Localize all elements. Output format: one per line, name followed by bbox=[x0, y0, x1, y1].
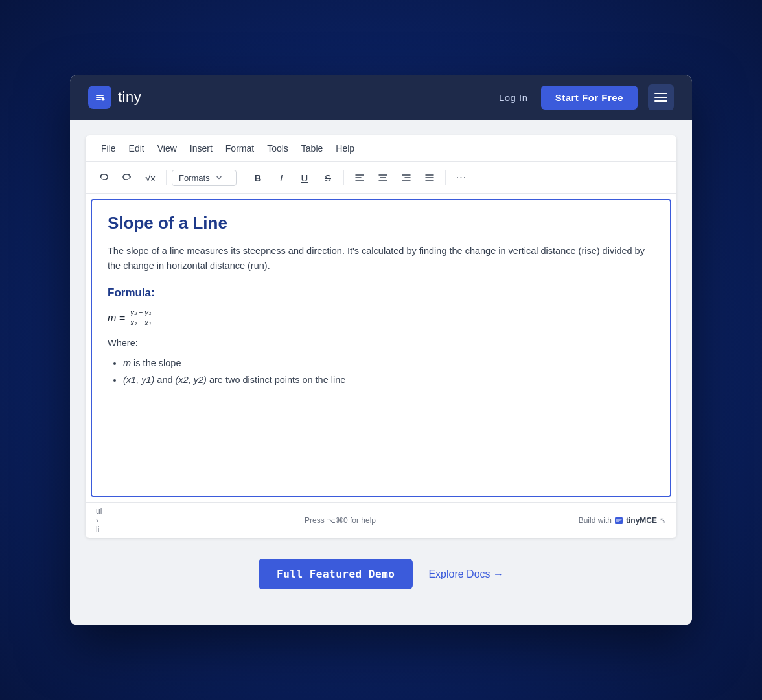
explore-docs-button[interactable]: Explore Docs → bbox=[428, 568, 503, 580]
underline-button[interactable]: U bbox=[294, 167, 315, 188]
bullet-2-rest: are two distinct points on the line bbox=[207, 375, 345, 385]
formats-dropdown[interactable]: Formats bbox=[172, 170, 237, 186]
undo-button[interactable] bbox=[93, 167, 114, 188]
menu-view[interactable]: View bbox=[152, 141, 182, 156]
bullet-list: m is the slope (x1, y1) and (x2, y2) are… bbox=[108, 355, 654, 388]
editor-paragraph: The slope of a line measures its steepne… bbox=[108, 244, 654, 274]
toolbar-separator-4 bbox=[445, 170, 446, 185]
align-right-button[interactable] bbox=[396, 167, 417, 188]
status-brand-name: tinyMCE bbox=[626, 516, 657, 525]
bullet-1-italic: m bbox=[123, 358, 131, 368]
logo-area: tiny bbox=[88, 86, 141, 109]
align-left-icon bbox=[354, 172, 365, 183]
editor-body[interactable]: Slope of a Line The slope of a line meas… bbox=[91, 199, 671, 497]
main-content: File Edit View Insert Format Tools Table… bbox=[70, 120, 692, 625]
status-brand-label: Build with bbox=[579, 516, 612, 525]
menu-edit[interactable]: Edit bbox=[124, 141, 150, 156]
align-center-button[interactable] bbox=[373, 167, 393, 188]
formula-denominator: x₂ − x₁ bbox=[130, 318, 151, 327]
menu-file[interactable]: File bbox=[96, 141, 121, 156]
svg-point-1 bbox=[102, 98, 105, 101]
more-icon: ··· bbox=[456, 172, 467, 183]
status-brand: Build with tinyMCE ⤡ bbox=[579, 516, 666, 525]
undo-icon bbox=[98, 172, 109, 183]
menu-bar: File Edit View Insert Format Tools Table… bbox=[86, 135, 676, 162]
hamburger-menu-button[interactable] bbox=[648, 84, 674, 110]
hamburger-line-1 bbox=[654, 93, 667, 94]
formula-display: m = y₂ − y₁ x₂ − x₁ bbox=[108, 309, 654, 327]
justify-icon bbox=[424, 172, 435, 183]
where-label: Where: bbox=[108, 338, 654, 348]
tiny-brand-icon bbox=[614, 516, 623, 525]
more-options-button[interactable]: ··· bbox=[451, 167, 472, 188]
list-item-1: m is the slope bbox=[123, 355, 654, 371]
bullet-2-part2: (x2, y2) bbox=[176, 375, 207, 385]
menu-table[interactable]: Table bbox=[296, 141, 328, 156]
browser-window: tiny Log In Start For Free File Edit Vie… bbox=[70, 75, 692, 625]
toolbar-separator-1 bbox=[166, 170, 167, 185]
status-path: ul › li bbox=[96, 507, 102, 534]
formula-button[interactable]: √x bbox=[140, 167, 161, 188]
bullet-1-rest: is the slope bbox=[131, 358, 181, 368]
nav-bar: tiny Log In Start For Free bbox=[70, 75, 692, 120]
formula-numerator: y₂ − y₁ bbox=[130, 309, 151, 318]
editor-title: Slope of a Line bbox=[108, 213, 654, 233]
resize-handle-icon[interactable]: ⤡ bbox=[660, 516, 666, 525]
status-bar: ul › li Press ⌥⌘0 for help Build with ti… bbox=[86, 502, 676, 538]
align-center-icon bbox=[378, 172, 388, 183]
menu-tools[interactable]: Tools bbox=[262, 141, 294, 156]
full-demo-button[interactable]: Full Featured Demo bbox=[259, 559, 413, 589]
status-help: Press ⌥⌘0 for help bbox=[102, 516, 578, 525]
menu-format[interactable]: Format bbox=[220, 141, 259, 156]
align-left-button[interactable] bbox=[349, 167, 370, 188]
chevron-down-icon bbox=[215, 174, 223, 181]
formats-label: Formats bbox=[179, 173, 210, 183]
menu-insert[interactable]: Insert bbox=[185, 141, 218, 156]
bottom-actions: Full Featured Demo Explore Docs → bbox=[86, 538, 676, 610]
list-item-2: (x1, y1) and (x2, y2) are two distinct p… bbox=[123, 371, 654, 388]
formula-heading: Formula: bbox=[108, 286, 654, 299]
hamburger-line-3 bbox=[654, 100, 667, 102]
align-right-icon bbox=[401, 172, 411, 183]
menu-help[interactable]: Help bbox=[330, 141, 360, 156]
strikethrough-button[interactable]: S bbox=[318, 167, 338, 188]
start-free-button[interactable]: Start For Free bbox=[541, 86, 638, 110]
editor-container: File Edit View Insert Format Tools Table… bbox=[86, 135, 676, 538]
redo-button[interactable] bbox=[117, 167, 137, 188]
bold-button[interactable]: B bbox=[248, 167, 268, 188]
redo-icon bbox=[122, 172, 132, 183]
formula-fraction: y₂ − y₁ x₂ − x₁ bbox=[130, 309, 151, 327]
toolbar-separator-2 bbox=[242, 170, 242, 185]
bullet-2-part1: (x1, y1) bbox=[123, 375, 154, 385]
toolbar: √x Formats B I U S bbox=[86, 162, 676, 194]
bullet-2-and: and bbox=[154, 375, 175, 385]
formula-m: m = bbox=[108, 312, 125, 324]
tiny-logo-icon bbox=[88, 86, 111, 109]
login-button[interactable]: Log In bbox=[499, 92, 528, 103]
toolbar-separator-3 bbox=[343, 170, 344, 185]
logo-text: tiny bbox=[118, 89, 141, 106]
italic-button[interactable]: I bbox=[271, 167, 292, 188]
hamburger-line-2 bbox=[654, 97, 667, 98]
justify-button[interactable] bbox=[419, 167, 440, 188]
